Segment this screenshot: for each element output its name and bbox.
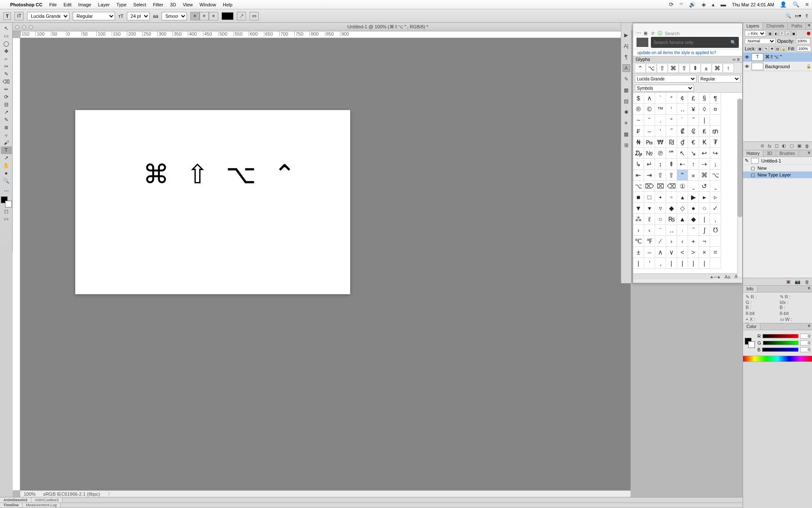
- filter-shape-icon[interactable]: ▱: [785, 31, 790, 36]
- quick-select-tool[interactable]: ✥: [1, 47, 12, 55]
- glyph-cell[interactable]: ®: [633, 104, 644, 115]
- menu-help[interactable]: Help: [223, 2, 233, 7]
- more-icon[interactable]: ⋯: [636, 30, 641, 36]
- glyph-cell[interactable]: ₭: [699, 137, 710, 148]
- glyph-cell[interactable]: ∨: [666, 247, 677, 258]
- glyph-cell[interactable]: ∧: [644, 93, 655, 104]
- menu-type[interactable]: Type: [116, 2, 126, 7]
- align-center-button[interactable]: ≡: [200, 12, 209, 20]
- glyph-cell[interactable]: |: [633, 258, 644, 269]
- glyph-cell[interactable]: +: [688, 236, 699, 247]
- zoom-tool[interactable]: 🔍: [1, 177, 12, 185]
- glyph-cell[interactable]: ▹: [710, 192, 721, 203]
- window-close-icon[interactable]: [15, 25, 19, 29]
- recent-glyph[interactable]: ↑: [723, 64, 734, 73]
- new-layer-icon[interactable]: ▣: [797, 143, 801, 149]
- control-icon[interactable]: ▴: [712, 1, 715, 8]
- glyph-cell[interactable]: ⇥: [644, 170, 655, 181]
- glyph-cell[interactable]: ⌦: [644, 181, 655, 192]
- glyph-cell[interactable]: ○: [655, 214, 666, 225]
- clone-tool[interactable]: ⟳: [1, 93, 12, 101]
- glyph-cell[interactable]: ›: [666, 236, 677, 247]
- edit-toolbar[interactable]: ⋯: [1, 187, 12, 195]
- glyph-cell[interactable]: ◆: [688, 214, 699, 225]
- history-snapshot-icon[interactable]: 📷: [795, 279, 801, 284]
- glyph-cell[interactable]: ◊: [699, 104, 710, 115]
- glyph-cell[interactable]: ˝: [666, 126, 677, 137]
- recent-glyph[interactable]: ⌅: [701, 64, 712, 73]
- layer-thumb[interactable]: [752, 63, 763, 70]
- glyph-cell[interactable]: ▸: [699, 192, 710, 203]
- history-step[interactable]: ▢New: [743, 165, 812, 171]
- glyph-cell[interactable]: ■: [633, 192, 644, 203]
- g-value[interactable]: [800, 340, 810, 345]
- glyph-cell[interactable]: ˙: [677, 115, 688, 126]
- lock-all-icon[interactable]: 🔒: [781, 46, 786, 51]
- history-camera-icon[interactable]: ▣: [786, 279, 790, 284]
- align-left-button[interactable]: ≡: [190, 12, 200, 20]
- glyph-cell[interactable]: ′: [655, 126, 666, 137]
- glyph-cell[interactable]: ∫: [699, 225, 710, 236]
- lock-pos-icon[interactable]: ✥: [769, 46, 774, 51]
- glyph-cell[interactable]: ✓: [710, 203, 721, 214]
- glyph-cell[interactable]: ₩: [655, 137, 666, 148]
- history-delete-icon[interactable]: 🗑: [805, 279, 809, 284]
- filter-smart-icon[interactable]: ▣: [791, 31, 796, 36]
- glyph-cell[interactable]: `: [655, 93, 666, 104]
- anti-alias-select[interactable]: Smooth: [162, 12, 187, 20]
- glyph-cell[interactable]: ⇧: [655, 170, 666, 181]
- history-snapshot[interactable]: ✎ Untitled-1: [743, 157, 812, 165]
- glyph-font-select[interactable]: Lucida Grande: [635, 75, 697, 83]
- lock-nest-icon[interactable]: ▤: [775, 46, 780, 51]
- text-color-swatch[interactable]: [222, 12, 233, 20]
- glyph-cell[interactable]: ℃: [633, 236, 644, 247]
- tab-color[interactable]: Color: [743, 323, 760, 330]
- glyphs-panel-title[interactable]: Glyphs ›› ≡: [633, 56, 742, 63]
- blur-tool[interactable]: ≣: [1, 124, 12, 131]
- glyph-cell[interactable]: ₫: [677, 137, 688, 148]
- glyph-cell[interactable]: ¥: [688, 104, 699, 115]
- glyph-cell[interactable]: =: [710, 247, 721, 258]
- glyph-cell[interactable]: ©: [644, 104, 655, 115]
- r-value[interactable]: [800, 334, 810, 339]
- healing-tool[interactable]: ⌫: [1, 78, 12, 86]
- glyph-cell[interactable]: ₣: [633, 126, 644, 137]
- forum-search-input[interactable]: Search forums only🔍: [651, 37, 739, 48]
- layer-row[interactable]: 👁T⌘⇧⌥⌃: [743, 52, 812, 62]
- brush-dock-icon[interactable]: ✎: [623, 75, 630, 83]
- glyph-cell[interactable]: ℧: [710, 225, 721, 236]
- mask-icon[interactable]: ◻: [775, 143, 779, 149]
- glyph-cell[interactable]: ◇: [677, 203, 688, 214]
- glyph-cell[interactable]: |: [699, 214, 710, 225]
- glyph-cell[interactable]: ‹: [677, 236, 688, 247]
- glyph-cell[interactable]: ˷: [710, 181, 721, 192]
- font-size-select[interactable]: 24 pt: [127, 12, 150, 20]
- glyph-cell[interactable]: ™: [655, 104, 666, 115]
- glyph-cell[interactable]: ×: [699, 247, 710, 258]
- glyph-cell[interactable]: ›: [633, 225, 644, 236]
- glyph-cell[interactable]: [710, 115, 721, 126]
- styles-dock-icon[interactable]: ▤: [623, 97, 630, 105]
- filter-type-icon[interactable]: T: [779, 31, 785, 36]
- tab-info[interactable]: Info: [743, 286, 757, 292]
- glyph-cell[interactable]: ±: [633, 247, 644, 258]
- glyph-cell[interactable]: –: [644, 126, 655, 137]
- glyph-cell[interactable]: ↵: [644, 159, 655, 170]
- scale-down-icon[interactable]: Aа: [724, 274, 730, 279]
- canvas-text[interactable]: ⌘ ⇧ ⌥ ⌃: [143, 159, 301, 190]
- glyph-cell[interactable]: ○: [699, 203, 710, 214]
- glyph-cell[interactable]: ₯: [633, 148, 644, 159]
- play-icon[interactable]: ▶: [623, 31, 630, 39]
- recent-glyph[interactable]: ⌘: [668, 64, 679, 73]
- font-style-select[interactable]: Regular: [73, 12, 115, 20]
- layer-row[interactable]: 👁Background🔒: [743, 62, 812, 71]
- adjust-dock-icon[interactable]: ✱: [623, 108, 630, 116]
- user-icon[interactable]: 👤: [780, 1, 787, 8]
- glyph-cell[interactable]: ↑: [688, 159, 699, 170]
- glyphs-dock-icon[interactable]: A: [623, 64, 630, 72]
- doc-profile[interactable]: sRGB IEC61966-2.1 (8bpc): [43, 491, 100, 497]
- glyph-cell[interactable]: >: [688, 247, 699, 258]
- glyph-cell[interactable]: ₦: [633, 137, 644, 148]
- menu-window[interactable]: Window: [200, 2, 216, 7]
- glyph-cell[interactable]: .: [655, 115, 666, 126]
